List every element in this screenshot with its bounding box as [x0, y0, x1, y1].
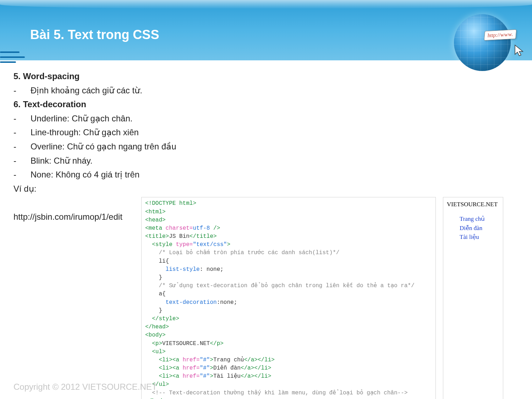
- section-6-heading: 6. Text-decoration: [13, 97, 519, 111]
- preview-panel: VIETSOURCE.NET Trang chủ Diễn đàn Tài li…: [443, 197, 503, 399]
- preview-site-name: VIETSOURCE.NET: [447, 200, 499, 209]
- sec6-item: None: Không có 4 giá trị trên: [31, 168, 519, 182]
- bullet-dash: -: [13, 168, 31, 182]
- slide-content: 5. Word-spacing -Định khoảng cách giữ cá…: [13, 69, 519, 378]
- footer-copyright: Copyright © 2012 VIETSOURCE.NET: [13, 382, 157, 392]
- decorative-lines: [0, 51, 20, 66]
- section-5-heading: 5. Word-spacing: [13, 69, 519, 83]
- sec6-item: Overline: Chữ có gạch ngang trên đầu: [31, 140, 519, 154]
- sec5-item: Định khoảng cách giữ các từ.: [31, 83, 519, 98]
- sec6-item: Underline: Chữ gạch chân.: [31, 111, 519, 126]
- preview-link[interactable]: Tài liệu: [460, 233, 499, 242]
- example-label: Ví dụ:: [13, 182, 519, 196]
- bullet-dash: -: [13, 83, 31, 98]
- bullet-dash: -: [13, 140, 31, 154]
- page-title: Bài 5. Text trong CSS: [30, 27, 159, 42]
- bullet-dash: -: [13, 154, 31, 168]
- globe-icon: [454, 14, 511, 71]
- bullet-dash: -: [13, 111, 31, 126]
- www-label: http://www.: [484, 29, 516, 41]
- sec6-item: Blink: Chữ nháy.: [31, 154, 519, 168]
- sec6-item: Line-through: Chữ gạch xiên: [31, 125, 519, 140]
- preview-link[interactable]: Trang chủ: [460, 214, 499, 224]
- bullet-dash: -: [13, 125, 31, 140]
- code-panel: <!DOCTYPE html> <html> <head> <meta char…: [141, 197, 436, 399]
- globe-graphic: http://www.: [447, 7, 518, 78]
- preview-link[interactable]: Diễn đàn: [460, 224, 499, 233]
- example-url: http://jsbin.com/irumop/1/edit: [13, 210, 134, 224]
